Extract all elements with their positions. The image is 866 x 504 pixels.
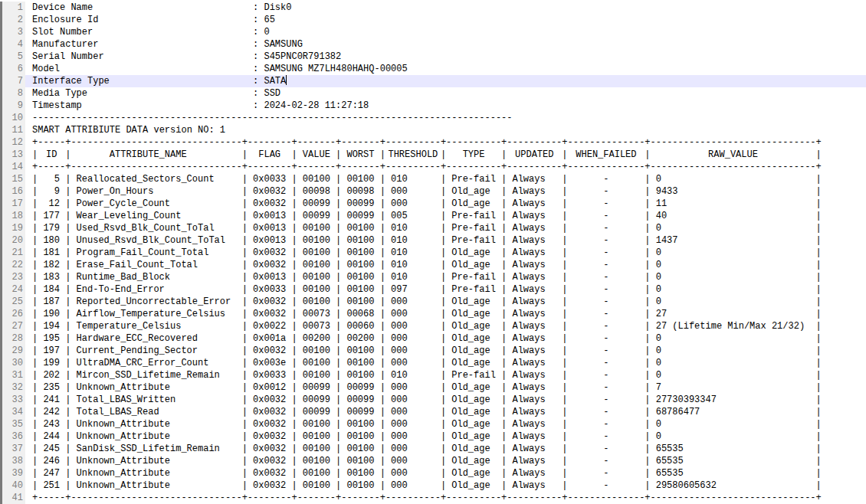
table-row[interactable]: 22|182|Erase_Fail_Count_Total|0x0032|001… (0, 259, 866, 271)
table-row[interactable]: 37|245|SanDisk_SSD_Lifetim_Remain|0x0032… (0, 443, 866, 455)
table-row[interactable]: 28|195|Hardware_ECC_Recovered|0x001a|002… (0, 332, 866, 345)
colon-separator: : (253, 26, 264, 38)
cell-threshold: 000 (385, 455, 441, 467)
pipe: | (336, 247, 341, 259)
editor-line[interactable]: 41+-----+-------------------------------… (0, 492, 866, 504)
editor-line[interactable]: 1Device Name: Disk0 (0, 2, 866, 14)
pipe: | (501, 149, 507, 161)
cell-worst: 00100 (341, 369, 379, 381)
editor-line[interactable]: 12+-----+-------------------------------… (0, 136, 866, 149)
table-row[interactable]: 31|202|Mircon_SSD_Lifetime_Remain|0x0033… (0, 369, 866, 381)
cell-worst: 00068 (341, 308, 379, 320)
table-row[interactable]: 24|184|End-To-End_Error|0x0033|00100|001… (0, 283, 866, 296)
cell-type: Old_age (446, 443, 501, 455)
cell-name: Mircon_SSD_Lifetime_Remain (71, 369, 241, 381)
table-row[interactable]: 29|197|Current_Pending_Sector|0x0032|001… (0, 345, 866, 357)
cell-raw_value: 27 (Lifetime Min/Max 21/32) (651, 320, 816, 332)
table-row[interactable]: 21|181|Program_Fail_Count_Total|0x0032|0… (0, 247, 866, 259)
line-content: |179|Used_Rsvd_Blk_Count_ToTal|0x0013|00… (25, 222, 866, 234)
line-content: |182|Erase_Fail_Count_Total|0x0032|00100… (25, 259, 866, 271)
editor-line[interactable]: 13|ID|ATTRIBUTE_NAME|FLAG|VALUE|WORST|TH… (0, 149, 866, 161)
line-content: Manufacturer: SAMSUNG (25, 38, 866, 51)
pipe: | (242, 283, 248, 296)
table-row[interactable]: 32|235|Unknown_Attribute|0x0012|00099|00… (0, 381, 866, 394)
table-row[interactable]: 26|190|Airflow_Temperature_Celsius|0x003… (0, 308, 866, 320)
table-row[interactable]: 27|194|Temperature_Celsius|0x0022|00073|… (0, 320, 866, 332)
line-content: Timestamp: 2024-02-28 11:27:18 (25, 100, 866, 112)
pipe: | (562, 283, 567, 296)
table-row[interactable]: 38|246|Unknown_Attribute|0x0032|00100|00… (0, 455, 866, 467)
cell-value: 00100 (297, 369, 336, 381)
pipe: | (32, 198, 38, 210)
cell-raw_value: 27 (651, 308, 816, 320)
cell-value: 00099 (297, 381, 336, 394)
line-content: Slot Number: 0 (25, 26, 866, 38)
line-content: |177|Wear_Leveling_Count|0x0013|00099|00… (25, 210, 866, 222)
pipe: | (242, 345, 248, 357)
cell-value: 00100 (297, 479, 336, 492)
editor-line[interactable]: 11SMART ATTRIBIUTE DATA version NO: 1 (0, 124, 866, 136)
table-row[interactable]: 33|241|Total_LBAS_Written|0x0032|00099|0… (0, 394, 866, 406)
line-number: 1 (0, 2, 25, 14)
pipe: | (645, 357, 650, 369)
column-header: FLAG (248, 149, 292, 161)
table-row[interactable]: 18|177|Wear_Leveling_Count|0x0013|00099|… (0, 210, 866, 222)
table-row[interactable]: 35|243|Unknown_Attribute|0x0032|00100|00… (0, 418, 866, 430)
editor-line[interactable]: 4Manufacturer: SAMSUNG (0, 38, 866, 51)
editor-line[interactable]: 8Media Type: SSD (0, 87, 866, 100)
column-header: ID (38, 149, 65, 161)
cell-name: Unknown_Attribute (71, 455, 241, 467)
editor-line[interactable]: 5Serial Number: S45PNC0R791382 (0, 51, 866, 63)
table-row[interactable]: 39|247|Unknown_Attribute|0x0032|00100|00… (0, 467, 866, 479)
editor-line[interactable]: 9Timestamp: 2024-02-28 11:27:18 (0, 100, 866, 112)
table-row[interactable]: 15|5|Reallocated_Sectors_Count|0x0033|00… (0, 173, 866, 185)
cell-when_failed: - (567, 443, 645, 455)
table-row[interactable]: 30|199|UltraDMA_CRC_Error_Count|0x003e|0… (0, 357, 866, 369)
table-row[interactable]: 25|187|Reported_Uncorrectable_Error|0x00… (0, 296, 866, 308)
table-row[interactable]: 16|9|Power_On_Hours|0x0032|00098|00098|0… (0, 185, 866, 198)
line-number: 20 (0, 234, 25, 247)
table-row[interactable]: 20|180|Unused_Rsvd_Blk_Count_ToTal|0x001… (0, 234, 866, 247)
cell-type: Old_age (446, 406, 501, 418)
table-row[interactable]: 23|183|Runtime_Bad_Block|0x0013|00100|00… (0, 271, 866, 283)
line-content: |ID|ATTRIBUTE_NAME|FLAG|VALUE|WORST|THRE… (25, 149, 866, 161)
text-caret (286, 75, 287, 85)
table-row[interactable]: 36|244|Unknown_Attribute|0x0032|00100|00… (0, 430, 866, 443)
cell-type: Old_age (446, 332, 501, 345)
pipe: | (562, 406, 567, 418)
cell-name: Unknown_Attribute (71, 430, 241, 443)
cell-value: 00099 (297, 198, 336, 210)
pipe: | (645, 210, 650, 222)
cell-threshold: 010 (385, 271, 441, 283)
table-row[interactable]: 34|242|Total_LBAS_Read|0x0032|00099|0009… (0, 406, 866, 418)
pipe: | (65, 283, 71, 296)
pipe: | (336, 443, 341, 455)
cell-id: 12 (38, 198, 65, 210)
table-row[interactable]: 19|179|Used_Rsvd_Blk_Count_ToTal|0x0013|… (0, 222, 866, 234)
pipe: | (645, 234, 650, 247)
line-number: 29 (0, 345, 25, 357)
cell-value: 00099 (297, 406, 336, 418)
editor-line[interactable]: 3Slot Number: 0 (0, 26, 866, 38)
pipe: | (336, 210, 341, 222)
pipe: | (242, 381, 248, 394)
table-row[interactable]: 17|12|Power_Cycle_Count|0x0032|00099|000… (0, 198, 866, 210)
editor-line[interactable]: 10--------------------------------------… (0, 112, 866, 124)
editor-line[interactable]: 14+-----+-------------------------------… (0, 161, 866, 173)
pipe: | (380, 198, 385, 210)
device-info-value: 2024-02-28 11:27:18 (264, 100, 369, 112)
table-row[interactable]: 40|251|Unknown_Attribute|0x0032|00100|00… (0, 479, 866, 492)
editor-line[interactable]: 2Enclosure Id: 65 (0, 14, 866, 26)
colon-separator: : (253, 63, 264, 75)
pipe: | (562, 369, 567, 381)
cell-worst: 00100 (341, 345, 379, 357)
cell-name: SanDisk_SSD_Lifetim_Remain (71, 443, 241, 455)
pipe: | (441, 222, 446, 234)
cell-value: 00073 (297, 308, 336, 320)
device-info-label: Slot Number (32, 26, 253, 38)
line-number: 31 (0, 369, 25, 381)
pipe: | (291, 406, 297, 418)
editor-line[interactable]: 7Interface Type: SATA (0, 75, 866, 87)
text-editor[interactable]: 1Device Name: Disk02Enclosure Id: 653Slo… (0, 0, 866, 504)
editor-line[interactable]: 6Model: SAMSUNG MZ7LH480HAHQ-00005 (0, 63, 866, 75)
